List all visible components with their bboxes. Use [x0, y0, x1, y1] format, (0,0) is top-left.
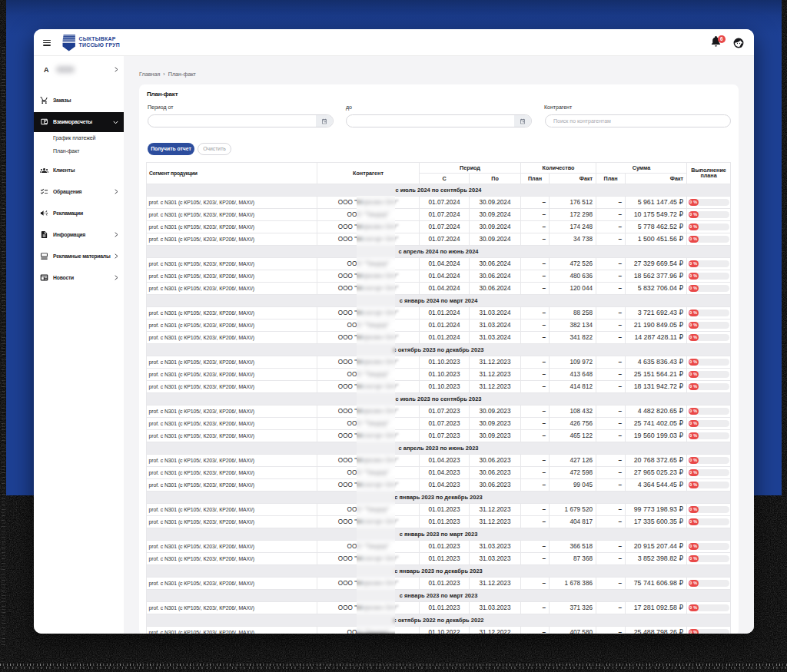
svg-text:СЫКТЫВКАР: СЫКТЫВКАР [79, 36, 116, 41]
svg-text:ТИССЬЮ ГРУП: ТИССЬЮ ГРУП [79, 42, 121, 48]
